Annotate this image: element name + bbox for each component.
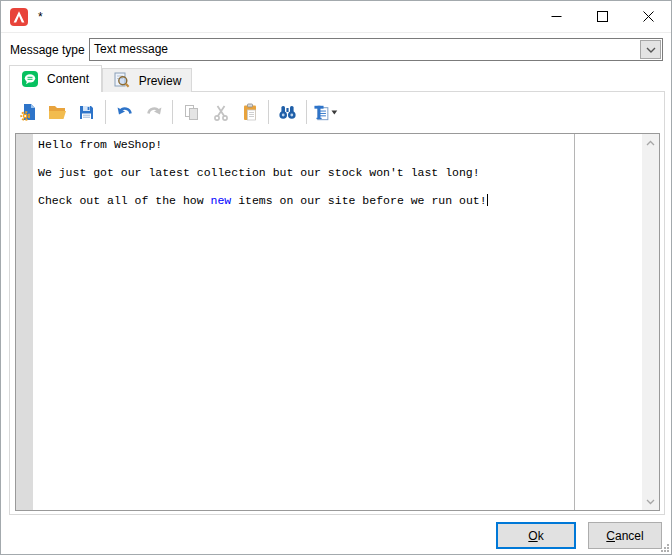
cancel-button[interactable]: Cancel (588, 522, 662, 549)
titlebar: * (1, 1, 671, 33)
binoculars-icon (278, 104, 297, 120)
message-editor: Hello from WeShop!We just got our latest… (15, 133, 660, 511)
cut-button[interactable] (207, 99, 234, 126)
preview-magnifier-icon (113, 72, 130, 89)
tab-strip: Content Preview (9, 65, 192, 92)
ok-button[interactable]: Ok (496, 522, 576, 549)
message-type-combobox[interactable]: Text message (89, 38, 663, 61)
copy-button[interactable] (178, 99, 205, 126)
toolbar-separator (105, 100, 106, 124)
new-from-template-button[interactable] (15, 99, 42, 126)
open-folder-icon (48, 104, 67, 120)
minimize-icon (551, 11, 562, 22)
window-title: * (38, 10, 43, 24)
chat-bubble-icon (22, 71, 38, 87)
tab-content[interactable]: Content (9, 65, 102, 92)
ok-button-label: Ok (528, 529, 543, 543)
minimize-button[interactable] (533, 1, 579, 32)
resize-grip[interactable] (660, 543, 669, 552)
editor-line: We just got our latest collection but ou… (38, 166, 642, 180)
find-button[interactable] (274, 99, 301, 126)
save-floppy-icon (78, 104, 95, 121)
message-type-label: Message type (10, 43, 85, 57)
undo-arrow-icon (116, 104, 134, 120)
insert-template-button[interactable] (312, 99, 339, 126)
tab-content-label: Content (47, 72, 89, 86)
maximize-icon (597, 11, 608, 22)
close-icon (643, 11, 654, 22)
redo-arrow-icon (145, 104, 163, 120)
maximize-button[interactable] (579, 1, 625, 32)
copy-pages-icon (183, 104, 200, 121)
tab-preview[interactable]: Preview (102, 68, 192, 92)
editor-line (38, 152, 642, 166)
highlighted-word: new (211, 194, 232, 207)
scroll-up-button[interactable] (642, 134, 659, 151)
scroll-down-button[interactable] (642, 493, 659, 510)
undo-button[interactable] (111, 99, 138, 126)
toolbar-separator (306, 100, 307, 124)
page-gear-icon (20, 103, 38, 121)
message-text-input[interactable]: Hello from WeShop!We just got our latest… (33, 134, 642, 510)
cancel-button-label: Cancel (606, 529, 643, 543)
editor-line (38, 180, 642, 194)
paste-button[interactable] (236, 99, 263, 126)
message-type-dropdown-button[interactable] (640, 40, 661, 59)
text-caret (487, 194, 488, 206)
editor-gutter (16, 134, 33, 510)
paste-clipboard-icon (242, 103, 258, 121)
toolbar-separator (172, 100, 173, 124)
close-button[interactable] (625, 1, 671, 32)
chevron-down-icon (646, 499, 655, 505)
content-tab-panel: Hello from WeShop!We just got our latest… (9, 91, 665, 515)
editor-line: Hello from WeShop! (38, 138, 642, 152)
open-button[interactable] (44, 99, 71, 126)
editor-line: Check out all of the how new items on ou… (38, 194, 642, 208)
chevron-up-icon (646, 140, 655, 146)
redo-button[interactable] (140, 99, 167, 126)
toolbar-separator (268, 100, 269, 124)
message-type-value: Text message (94, 39, 168, 60)
tab-preview-label: Preview (139, 74, 182, 88)
chevron-down-icon (646, 47, 656, 53)
cut-scissors-icon (213, 104, 229, 121)
template-text-icon (313, 104, 329, 121)
save-button[interactable] (73, 99, 100, 126)
editor-toolbar (14, 96, 660, 128)
editor-vertical-scrollbar[interactable] (642, 134, 659, 510)
message-editor-window: * Message type Text message (0, 0, 672, 555)
red-a-app-icon[interactable] (10, 8, 28, 26)
